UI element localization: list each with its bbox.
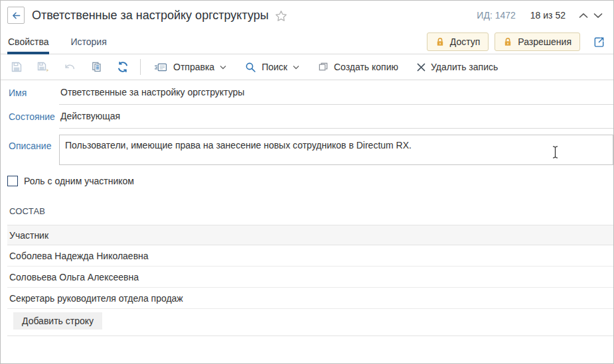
back-button[interactable] [7, 7, 25, 24]
table-row[interactable]: Секретарь руководителя отдела продаж [7, 288, 613, 309]
permissions-button[interactable]: Разрешения [495, 32, 580, 51]
single-member-checkbox-label: Роль с одним участником [24, 176, 134, 186]
search-menu[interactable]: Поиск [236, 62, 309, 73]
create-copy-button[interactable]: Создать копию [309, 62, 408, 72]
save-icon [11, 61, 23, 73]
toolbar-separator [140, 59, 141, 75]
undo-icon [64, 62, 76, 72]
record-pager: 18 из 52 [530, 10, 566, 21]
description-textarea[interactable]: Пользователи, имеющие права на занесение… [59, 135, 613, 165]
name-field[interactable]: Ответственные за настройку оргструктуры [59, 81, 613, 105]
toolbar: Отправка Поиск Создать копию Удалить [1, 54, 613, 80]
send-menu[interactable]: Отправка [145, 62, 236, 72]
favorite-star-icon[interactable] [275, 10, 287, 22]
header: Ответственные за настройку оргструктуры … [1, 1, 613, 30]
field-label-description: Описание [1, 135, 59, 151]
previous-record-button[interactable] [576, 8, 591, 23]
tab-bar: Свойства История Доступ Разрешения [1, 30, 613, 54]
tab-history[interactable]: История [70, 30, 107, 54]
field-label-name: Имя [1, 88, 59, 98]
field-row-name: Имя Ответственные за настройку оргструкт… [1, 81, 613, 105]
field-label-state: Состояние [1, 111, 59, 122]
members-section-title: СОСТАВ [9, 206, 613, 216]
duplicate-icon [318, 62, 329, 72]
search-menu-label: Поиск [262, 62, 287, 72]
save-button[interactable] [3, 61, 30, 73]
refresh-button[interactable] [110, 61, 136, 73]
copy-document-icon [91, 61, 102, 73]
table-row[interactable]: Соловьева Ольга Алексеевна [7, 267, 613, 288]
chevron-down-icon [593, 13, 603, 19]
add-row-button[interactable]: Добавить строку [13, 312, 102, 330]
field-row-description: Описание Пользователи, имеющие права на … [1, 135, 613, 165]
send-menu-label: Отправка [173, 62, 214, 72]
create-copy-label: Создать копию [334, 62, 398, 72]
tab-properties[interactable]: Свойства [7, 30, 49, 54]
table-footer: Добавить строку [7, 309, 613, 336]
refresh-icon [117, 61, 129, 73]
chevron-up-icon [579, 13, 588, 19]
delete-record-label: Удалить запись [431, 62, 498, 72]
column-header-participant[interactable]: Участник [7, 225, 613, 245]
access-button[interactable]: Доступ [427, 32, 489, 51]
send-icon [154, 62, 168, 72]
save-and-add-icon [37, 61, 50, 73]
lock-icon [435, 36, 445, 47]
page-title: Ответственные за настройку оргструктуры [32, 9, 269, 23]
delete-record-button[interactable]: Удалить запись [408, 62, 507, 72]
chevron-down-icon [293, 65, 299, 70]
field-row-state: Состояние Действующая [1, 105, 613, 129]
state-field[interactable]: Действующая [59, 105, 613, 129]
members-table: Участник Соболева Надежда Николаевна Сол… [7, 225, 613, 336]
table-row[interactable]: Соболева Надежда Николаевна [7, 245, 613, 267]
open-in-window-button[interactable] [593, 36, 605, 48]
record-id: ИД: 1472 [477, 10, 515, 21]
next-record-button[interactable] [591, 8, 605, 23]
record-card-window: Ответственные за настройку оргструктуры … [0, 0, 614, 364]
back-arrow-icon [11, 11, 21, 21]
access-button-label: Доступ [450, 36, 481, 47]
lock-icon [503, 36, 512, 47]
delete-x-icon [417, 63, 425, 72]
save-and-add-button[interactable] [30, 61, 56, 73]
undo-button[interactable] [56, 62, 83, 72]
open-in-window-icon [593, 36, 605, 48]
copy-button[interactable] [83, 61, 110, 73]
single-member-checkbox[interactable] [7, 176, 18, 186]
search-icon [245, 62, 256, 73]
permissions-button-label: Разрешения [518, 36, 572, 47]
single-member-row: Роль с одним участником [7, 175, 613, 187]
chevron-down-icon [220, 65, 226, 70]
tab-actions: Доступ Разрешения [421, 32, 605, 51]
